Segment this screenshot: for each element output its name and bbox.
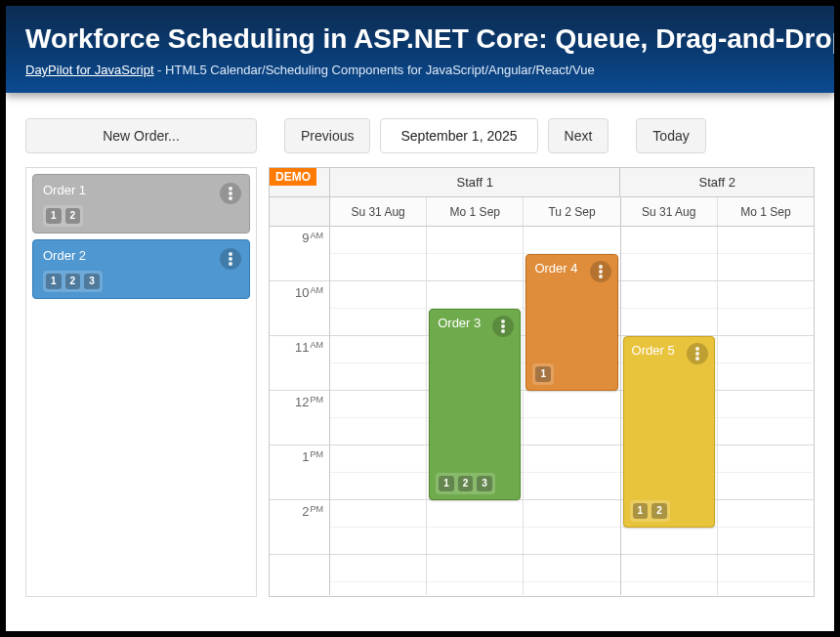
chip: 1: [535, 366, 551, 382]
svg-point-0: [229, 187, 232, 191]
calendar-event[interactable]: Order 3 1 2 3: [429, 309, 521, 500]
more-icon[interactable]: [220, 248, 241, 270]
svg-point-1: [229, 191, 232, 195]
next-button[interactable]: Next: [548, 118, 609, 153]
svg-point-2: [229, 196, 232, 200]
chip: 3: [477, 476, 492, 491]
day-header: Su 31 Aug: [621, 197, 718, 226]
event-chips: 1 2 3: [436, 473, 495, 494]
current-date-label[interactable]: September 1, 2025: [380, 118, 537, 153]
hour-label: 11AM: [270, 336, 329, 391]
calendar-staff-header: Staff 1 Staff 2: [270, 168, 814, 197]
day-column[interactable]: [718, 227, 814, 595]
day-column[interactable]: Order 4 1: [524, 227, 620, 595]
svg-point-10: [599, 270, 603, 274]
svg-point-6: [501, 319, 505, 323]
order-queue: Order 1 1 2 Order 2 1 2 3: [25, 167, 257, 597]
calendar: DEMO Staff 1 Staff 2 Su 31 Aug Mo 1 Sep …: [269, 167, 815, 597]
svg-point-11: [599, 275, 603, 278]
time-axis: 9AM 10AM 11AM 12PM 1PM 2PM: [270, 227, 330, 595]
svg-point-9: [599, 265, 603, 269]
queue-item[interactable]: Order 2 1 2 3: [32, 239, 250, 299]
svg-point-12: [695, 347, 699, 351]
subheader-suffix: - HTML5 Calendar/Scheduling Components f…: [154, 63, 595, 77]
day-column[interactable]: Order 3 1 2 3: [427, 227, 524, 595]
calendar-event[interactable]: Order 5 1 2: [623, 336, 715, 528]
chip: 2: [458, 476, 474, 491]
day-header: Tu 2 Sep: [524, 197, 620, 226]
demo-badge: DEMO: [270, 168, 316, 186]
calendar-event[interactable]: Order 4 1: [525, 254, 617, 391]
chip: 1: [439, 476, 454, 491]
hour-label: 10AM: [270, 281, 329, 336]
svg-point-14: [695, 357, 699, 361]
queue-item-title: Order 2: [43, 248, 239, 263]
previous-button[interactable]: Previous: [284, 118, 370, 153]
daypilot-link[interactable]: DayPilot for JavaScript: [25, 63, 154, 77]
calendar-days-header: Su 31 Aug Mo 1 Sep Tu 2 Sep Su 31 Aug Mo…: [270, 197, 814, 227]
more-icon[interactable]: [220, 183, 241, 204]
svg-point-3: [229, 252, 232, 256]
event-chips: 1 2: [630, 500, 670, 522]
hour-label: 9AM: [270, 227, 329, 281]
hour-label: 1PM: [270, 446, 329, 500]
day-column[interactable]: Order 5 1 2: [621, 227, 718, 595]
queue-item-chips: 1 2: [43, 205, 83, 227]
svg-point-5: [229, 262, 232, 266]
day-header: Mo 1 Sep: [427, 197, 524, 226]
event-chips: 1: [532, 363, 554, 385]
svg-point-4: [229, 257, 232, 261]
toolbar: New Order... Previous September 1, 2025 …: [6, 93, 834, 167]
staff-header: Staff 1: [330, 168, 620, 196]
today-button[interactable]: Today: [636, 118, 705, 153]
chip: 2: [65, 274, 81, 289]
hour-label: 2PM: [270, 500, 329, 555]
more-icon[interactable]: [492, 316, 514, 337]
chip: 1: [46, 274, 62, 289]
svg-point-8: [501, 329, 505, 333]
calendar-grid[interactable]: Order 3 1 2 3 Order 4: [330, 227, 814, 595]
queue-item-title: Order 1: [43, 183, 239, 197]
day-header: Mo 1 Sep: [718, 197, 814, 226]
queue-item[interactable]: Order 1 1 2: [32, 174, 250, 234]
chip: 1: [46, 208, 62, 224]
day-column[interactable]: [330, 227, 427, 595]
svg-point-13: [695, 352, 699, 356]
day-header: Su 31 Aug: [330, 197, 427, 226]
queue-item-chips: 1 2 3: [43, 271, 103, 292]
app-header: Workforce Scheduling in ASP.NET Core: Qu…: [6, 6, 834, 93]
hour-label: 12PM: [270, 391, 329, 446]
new-order-button[interactable]: New Order...: [25, 118, 257, 153]
time-axis-header: [270, 197, 330, 226]
page-title: Workforce Scheduling in ASP.NET Core: Qu…: [25, 23, 815, 55]
chip: 3: [84, 274, 100, 289]
chip: 2: [651, 503, 667, 519]
svg-point-7: [501, 324, 505, 328]
chip: 2: [65, 208, 81, 224]
more-icon[interactable]: [687, 343, 708, 364]
more-icon[interactable]: [590, 261, 611, 282]
subheader: DayPilot for JavaScript - HTML5 Calendar…: [25, 63, 815, 77]
staff-header: Staff 2: [620, 168, 814, 196]
chip: 1: [633, 503, 649, 519]
